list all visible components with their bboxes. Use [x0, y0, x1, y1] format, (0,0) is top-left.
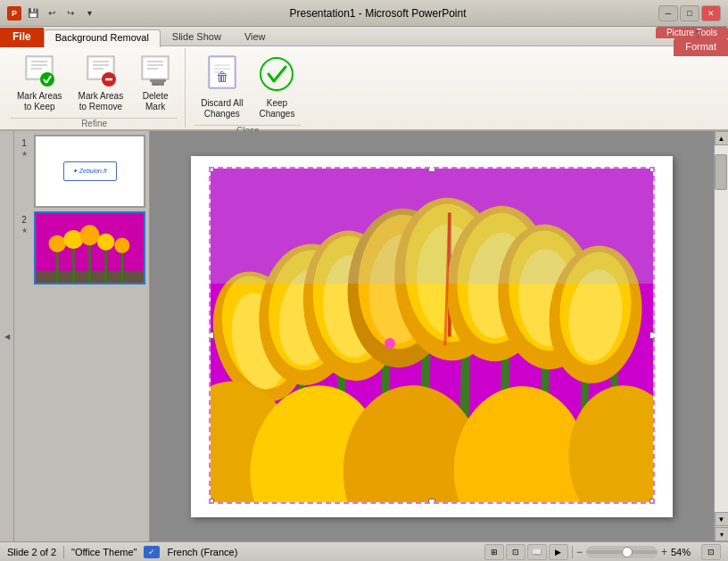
- scroll-up-button[interactable]: ▲: [715, 131, 729, 145]
- slide1-content: ✦ Zebulon.fr: [36, 136, 144, 206]
- close-button[interactable]: ✕: [701, 5, 721, 21]
- svg-text:🗑: 🗑: [216, 70, 228, 84]
- discard-all-button[interactable]: 🗑 Discard AllChanges: [194, 50, 249, 123]
- view-buttons: ⊞ ⊡ 📖 ▶: [484, 544, 568, 560]
- image-selection[interactable]: [209, 167, 655, 504]
- tab-format[interactable]: Format: [674, 38, 728, 56]
- svg-point-40: [97, 234, 114, 251]
- picture-tools-label: Picture Tools: [656, 27, 728, 38]
- help-icon[interactable]: ?: [695, 29, 701, 41]
- keep-changes-button[interactable]: KeepChanges: [252, 50, 301, 123]
- handle-bottom-right[interactable]: [649, 499, 655, 504]
- svg-point-39: [80, 225, 100, 245]
- delete-mark-icon: [139, 54, 171, 89]
- picture-tools-area: Picture Tools Format: [656, 27, 728, 54]
- status-separator-1: [63, 546, 64, 558]
- quick-access-toolbar: 💾 ↩ ↪ ▾: [25, 5, 97, 21]
- tab-slide-show[interactable]: Slide Show: [161, 28, 233, 45]
- keep-changes-icon: [259, 54, 294, 96]
- spell-check-icon[interactable]: ✓: [144, 546, 160, 558]
- handle-top-right[interactable]: [649, 167, 655, 172]
- slide-thumbnail-2[interactable]: [34, 211, 145, 285]
- theme-info: "Office Theme": [71, 547, 136, 557]
- slideshow-view-button[interactable]: ▶: [549, 544, 568, 560]
- file-tab[interactable]: File: [0, 28, 44, 47]
- language-info: French (France): [167, 547, 237, 557]
- slide-thumb-1[interactable]: 1 ★ ✦ Zebulon.fr: [18, 135, 145, 208]
- canvas-area: [150, 131, 714, 541]
- main-area: ◀ 1 ★ ✦ Zebulon.fr 2: [0, 131, 728, 541]
- tulip-image: [211, 169, 653, 503]
- handle-mid-right[interactable]: [649, 332, 655, 339]
- ribbon-tab-row: File Background Removal Slide Show View …: [0, 27, 728, 46]
- ribbon-group-refine: Mark Areasto Keep Mark Areasto Remove: [4, 48, 186, 128]
- mark-keep-label: Mark Areasto Keep: [17, 91, 62, 112]
- slide-number-1: 1 ★: [18, 135, 30, 158]
- svg-rect-21: [150, 79, 166, 82]
- star-icon-2: ★: [21, 227, 28, 235]
- refine-buttons: Mark Areasto Keep Mark Areasto Remove: [11, 50, 178, 116]
- zoom-level: 54%: [671, 547, 698, 557]
- fit-to-window-button[interactable]: ⊡: [701, 544, 721, 560]
- handle-top-center[interactable]: [428, 167, 435, 172]
- keep-changes-label: KeepChanges: [259, 98, 294, 120]
- slide-info: Slide 2 of 2: [7, 547, 56, 557]
- tab-view[interactable]: View: [233, 28, 277, 45]
- zoom-thumb[interactable]: [622, 547, 633, 557]
- slide-thumb-2[interactable]: 2 ★: [18, 211, 145, 285]
- delete-mark-label: DeleteMark: [143, 91, 169, 112]
- handle-top-left[interactable]: [209, 167, 214, 172]
- svg-point-30: [261, 58, 293, 90]
- zoom-slider[interactable]: [586, 546, 658, 558]
- vertical-scrollbar[interactable]: ▲ ▼ ▾: [714, 131, 728, 541]
- save-button[interactable]: 💾: [25, 5, 41, 21]
- tab-background-removal[interactable]: Background Removal: [44, 29, 161, 47]
- scroll-down-2-button[interactable]: ▾: [715, 527, 729, 541]
- title-bar: P 💾 ↩ ↪ ▾ Presentation1 - Microsoft Powe…: [0, 0, 728, 27]
- maximize-button[interactable]: □: [680, 5, 699, 21]
- reading-view-button[interactable]: 📖: [527, 544, 547, 560]
- mark-remove-icon: [85, 54, 117, 89]
- refine-group-label: Refine: [11, 118, 178, 130]
- minimize-button[interactable]: ─: [658, 5, 678, 21]
- delete-mark-button[interactable]: DeleteMark: [133, 50, 178, 116]
- zoom-in-button[interactable]: +: [661, 547, 667, 557]
- svg-rect-78: [211, 169, 653, 284]
- handle-mid-left[interactable]: [209, 332, 214, 339]
- svg-rect-42: [36, 271, 144, 283]
- mark-areas-keep-button[interactable]: Mark Areasto Keep: [11, 50, 69, 116]
- svg-point-41: [114, 238, 129, 253]
- status-left: Slide 2 of 2 "Office Theme" ✓ French (Fr…: [7, 546, 477, 558]
- scroll-thumb[interactable]: [715, 154, 727, 190]
- status-bar: Slide 2 of 2 "Office Theme" ✓ French (Fr…: [0, 541, 728, 561]
- slide-panel[interactable]: 1 ★ ✦ Zebulon.fr 2 ★: [14, 131, 150, 541]
- undo-button[interactable]: ↩: [44, 5, 60, 21]
- handle-bottom-left[interactable]: [209, 499, 214, 504]
- selection-marker: [385, 338, 395, 349]
- handle-bottom-center[interactable]: [428, 499, 435, 504]
- scroll-track[interactable]: [715, 145, 728, 512]
- mark-areas-remove-button[interactable]: Mark Areasto Remove: [72, 50, 130, 116]
- panel-collapse-button[interactable]: ◀: [0, 131, 14, 541]
- close-buttons: 🗑 Discard AllChanges KeepChanges: [194, 50, 301, 123]
- redo-button[interactable]: ↪: [62, 5, 79, 21]
- discard-all-label: Discard AllChanges: [201, 98, 243, 120]
- mark-keep-icon: [23, 54, 55, 89]
- slide-number-2: 2 ★: [18, 211, 30, 235]
- slide-sorter-button[interactable]: ⊡: [506, 544, 525, 560]
- slide-canvas[interactable]: [191, 156, 673, 517]
- svg-point-85: [561, 379, 653, 502]
- svg-rect-16: [144, 58, 167, 78]
- customize-qa-button[interactable]: ▾: [81, 5, 97, 21]
- status-separator-2: [572, 546, 573, 558]
- star-icon-1: ★: [21, 150, 28, 158]
- svg-point-37: [49, 235, 66, 252]
- title-bar-left: P 💾 ↩ ↪ ▾: [7, 5, 97, 21]
- discard-all-icon: 🗑: [204, 54, 240, 96]
- normal-view-button[interactable]: ⊞: [484, 544, 504, 560]
- zoom-out-button[interactable]: −: [576, 547, 583, 557]
- ribbon-group-close: 🗑 Discard AllChanges KeepChanges Close: [187, 48, 308, 128]
- mark-remove-label: Mark Areasto Remove: [79, 91, 124, 112]
- scroll-down-button[interactable]: ▼: [715, 512, 729, 526]
- slide-thumbnail-1[interactable]: ✦ Zebulon.fr: [34, 135, 145, 208]
